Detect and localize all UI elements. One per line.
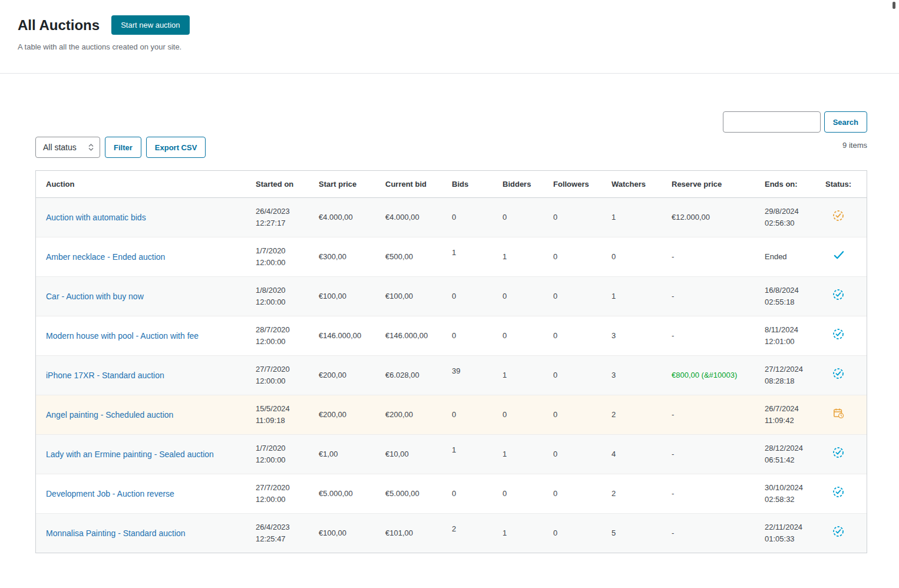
status-filter-value: All status [43, 143, 77, 152]
started-on-cell: 28/7/2020 12:00:00 [250, 316, 313, 356]
search-button[interactable]: Search [824, 111, 867, 133]
auction-link[interactable]: Monnalisa Painting - Standard auction [46, 528, 186, 538]
reserve-price-cell: - [666, 514, 759, 553]
clock-check-icon [832, 526, 844, 537]
auctions-table: Auction Started on Start price Current b… [35, 170, 867, 553]
started-on-cell: 1/8/2020 12:00:00 [250, 277, 313, 316]
start-price-cell: €146.000,00 [313, 316, 379, 356]
ends-date: 26/7/2024 [765, 403, 814, 415]
started-on-cell: 1/7/2020 12:00:00 [250, 435, 313, 474]
auction-cell: Amber necklace - Ended auction [36, 237, 250, 277]
ends-time: 01:05:33 [765, 533, 814, 545]
followers-cell: 0 [547, 435, 606, 474]
reserve-price-cell: €12.000,00 [666, 198, 759, 237]
start-price-cell: €100,00 [313, 277, 379, 316]
main-content: Search All status Filter Export CSV 9 it… [0, 111, 899, 553]
reserve-price-cell: - [666, 277, 759, 316]
page-header: All Auctions Start new auction A table w… [0, 0, 899, 74]
clock-check-icon [832, 328, 844, 340]
started-date: 27/7/2020 [256, 364, 307, 375]
started-on-cell: 27/7/2020 12:00:00 [250, 474, 313, 514]
ends-on-cell: 22/11/2024 01:05:33 [759, 514, 819, 553]
bids-cell: 39 [446, 356, 497, 395]
started-on-cell: 15/5/2024 11:09:18 [250, 395, 313, 435]
search-input[interactable] [723, 111, 821, 133]
bidders-cell: 1 [497, 514, 547, 553]
bids-cell: 2 [446, 514, 497, 553]
table-row: Lady with an Ermine painting - Sealed au… [36, 435, 867, 474]
bids-cell: 0 [446, 395, 497, 435]
status-filter-select[interactable]: All status [35, 137, 100, 158]
auction-link[interactable]: Angel painting - Scheduled auction [46, 410, 173, 419]
ends-time: 12:01:00 [765, 336, 814, 348]
bidders-cell: 0 [497, 395, 547, 435]
bidders-cell: 1 [497, 435, 547, 474]
auction-link[interactable]: Modern house with pool - Auction with fe… [46, 331, 199, 341]
auction-link[interactable]: Auction with automatic bids [46, 213, 146, 222]
table-row: Auction with automatic bids 26/4/2023 12… [36, 198, 867, 237]
start-price-cell: €4.000,00 [313, 198, 379, 237]
column-header-followers: Followers [547, 171, 606, 198]
start-new-auction-button[interactable]: Start new auction [111, 15, 189, 35]
reserve-price-cell: - [666, 237, 759, 277]
bids-cell: 0 [446, 474, 497, 514]
auction-cell: iPhone 17XR - Standard auction [36, 356, 250, 395]
ends-date: 29/8/2024 [765, 206, 814, 217]
watchers-cell: 0 [606, 237, 666, 277]
started-date: 15/5/2024 [256, 403, 307, 415]
clock-check-icon [832, 289, 844, 300]
auction-cell: Angel painting - Scheduled auction [36, 395, 250, 435]
current-bid-cell: €101,00 [379, 514, 446, 553]
bidders-cell: 1 [497, 356, 547, 395]
status-cell [819, 474, 867, 514]
ends-on-cell: 30/10/2024 02:58:32 [759, 474, 819, 514]
ends-date: 16/8/2024 [765, 285, 814, 296]
current-bid-cell: €6.028,00 [379, 356, 446, 395]
column-header-status: Status: [819, 171, 867, 198]
status-cell [819, 395, 867, 435]
watchers-cell: 4 [606, 435, 666, 474]
auction-link[interactable]: Car - Auction with buy now [46, 292, 144, 301]
column-header-auction: Auction [36, 171, 250, 198]
current-bid-cell: €146.000,00 [379, 316, 446, 356]
export-csv-button[interactable]: Export CSV [146, 137, 206, 158]
started-date: 27/7/2020 [256, 482, 307, 494]
started-time: 12:25:47 [256, 533, 307, 545]
current-bid-cell: €500,00 [379, 237, 446, 277]
auction-cell: Auction with automatic bids [36, 198, 250, 237]
ends-time: 11:09:42 [765, 415, 814, 427]
search-row: Search [35, 111, 867, 133]
title-row: All Auctions Start new auction [18, 15, 881, 35]
bids-cell: 0 [446, 277, 497, 316]
current-bid-cell: €10,00 [379, 435, 446, 474]
auction-link[interactable]: iPhone 17XR - Standard auction [46, 371, 164, 380]
scrollbar-thumb[interactable] [893, 2, 895, 9]
started-on-cell: 27/7/2020 12:00:00 [250, 356, 313, 395]
ends-time: 06:51:42 [765, 454, 814, 466]
auction-link[interactable]: Amber necklace - Ended auction [46, 252, 165, 262]
column-header-start-price: Start price [313, 171, 379, 198]
reserve-price-cell: - [666, 474, 759, 514]
clock-check-icon [832, 210, 844, 222]
clock-check-icon [832, 486, 844, 498]
followers-cell: 0 [547, 237, 606, 277]
auction-link[interactable]: Lady with an Ermine painting - Sealed au… [46, 450, 214, 459]
followers-cell: 0 [547, 395, 606, 435]
followers-cell: 0 [547, 514, 606, 553]
followers-cell: 0 [547, 198, 606, 237]
start-price-cell: €100,00 [313, 514, 379, 553]
bids-value: 39 [452, 365, 460, 377]
bids-value: 1 [452, 444, 456, 456]
column-header-ends-on: Ends on: [759, 171, 819, 198]
current-bid-cell: €100,00 [379, 277, 446, 316]
current-bid-cell: €4.000,00 [379, 198, 446, 237]
filter-button[interactable]: Filter [105, 137, 141, 158]
followers-cell: 0 [547, 474, 606, 514]
auction-cell: Car - Auction with buy now [36, 277, 250, 316]
status-cell [819, 435, 867, 474]
column-header-watchers: Watchers [606, 171, 666, 198]
auction-link[interactable]: Development Job - Auction reverse [46, 489, 174, 498]
ends-date: Ended [765, 251, 814, 263]
status-cell [819, 237, 867, 277]
watchers-cell: 3 [606, 356, 666, 395]
